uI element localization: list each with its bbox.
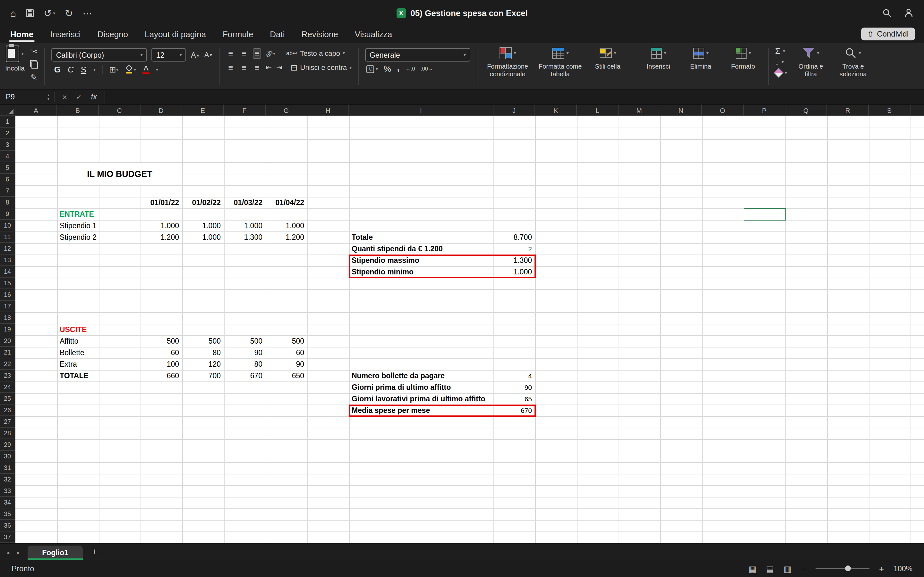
column-header-D[interactable]: D: [141, 105, 182, 115]
merged-cell-B5[interactable]: IL MIO BUDGET: [58, 163, 182, 185]
cell-F22[interactable]: 80: [224, 358, 262, 370]
cell-B9[interactable]: ENTRATE: [60, 208, 94, 220]
cell-D11[interactable]: 1.200: [141, 231, 179, 243]
increase-font-icon[interactable]: A▲: [191, 51, 200, 59]
add-sheet-button[interactable]: +: [83, 546, 107, 560]
cell-grid[interactable]: IL MIO BUDGET01/01/2201/02/2201/03/2201/…: [15, 116, 924, 543]
decrease-indent-icon[interactable]: ⇤: [266, 64, 272, 71]
cell-J26[interactable]: 670: [493, 405, 532, 416]
align-top-button[interactable]: ≡: [226, 48, 235, 59]
row-header-29[interactable]: 29: [0, 439, 15, 451]
undo-button[interactable]: ↺▾: [44, 8, 55, 18]
cell-F8[interactable]: 01/03/22: [224, 197, 262, 208]
row-header-5[interactable]: 5: [0, 162, 15, 174]
tab-home[interactable]: Home: [10, 27, 33, 42]
tab-dati[interactable]: Dati: [270, 27, 284, 42]
cell-styles-button[interactable]: ▾ Stili cella: [589, 45, 626, 88]
account-icon[interactable]: [904, 8, 914, 17]
cell-E10[interactable]: 1.000: [182, 220, 221, 231]
column-header-H[interactable]: H: [307, 105, 349, 115]
cell-J25[interactable]: 65: [493, 393, 532, 405]
italic-button[interactable]: C: [68, 65, 74, 74]
column-header-K[interactable]: K: [535, 105, 577, 115]
name-box[interactable]: P9: [0, 90, 43, 104]
cell-I24[interactable]: Giorni prima di ultimo affitto: [352, 382, 451, 393]
increase-indent-icon[interactable]: ⇥: [276, 64, 282, 71]
cell-G10[interactable]: 1.000: [266, 220, 304, 231]
comma-style-button[interactable]: ,: [397, 64, 400, 69]
cell-I12[interactable]: Quanti stipendi da € 1.200: [352, 243, 443, 255]
delete-cells-button[interactable]: ▾ Elimina: [682, 45, 719, 88]
tab-formule[interactable]: Formule: [223, 27, 253, 42]
zoom-slider-thumb[interactable]: [845, 566, 851, 571]
cell-E8[interactable]: 01/02/22: [182, 197, 221, 208]
zoom-slider[interactable]: [816, 568, 869, 569]
cell-B19[interactable]: USCITE: [60, 324, 87, 335]
cell-F21[interactable]: 90: [224, 347, 262, 358]
underline-button[interactable]: S: [81, 65, 86, 74]
row-header-7[interactable]: 7: [0, 185, 15, 197]
save-icon[interactable]: [26, 9, 34, 17]
cell-G23[interactable]: 650: [266, 370, 304, 382]
cell-I25[interactable]: Giorni lavorativi prima di ultimo affitt…: [352, 393, 485, 405]
column-header-E[interactable]: E: [182, 105, 224, 115]
zoom-in-button[interactable]: +: [879, 564, 884, 574]
cell-E22[interactable]: 120: [182, 358, 221, 370]
cell-B10[interactable]: Stipendio 1: [60, 220, 97, 231]
cell-J13[interactable]: 1.300: [493, 255, 532, 266]
formula-input[interactable]: [105, 90, 924, 104]
row-header-34[interactable]: 34: [0, 497, 15, 508]
page-layout-view-icon[interactable]: ▤: [766, 564, 774, 574]
row-header-35[interactable]: 35: [0, 508, 15, 520]
percent-style-button[interactable]: %: [384, 65, 391, 73]
row-header-13[interactable]: 13: [0, 255, 15, 266]
cell-B22[interactable]: Extra: [60, 358, 77, 370]
align-left-button[interactable]: ≡: [226, 62, 235, 73]
row-header-17[interactable]: 17: [0, 301, 15, 312]
row-header-6[interactable]: 6: [0, 174, 15, 185]
column-header-N[interactable]: N: [660, 105, 702, 115]
row-header-28[interactable]: 28: [0, 428, 15, 439]
cell-J11[interactable]: 8.700: [493, 231, 532, 243]
column-header-C[interactable]: C: [99, 105, 141, 115]
column-header-O[interactable]: O: [702, 105, 744, 115]
column-header-M[interactable]: M: [619, 105, 660, 115]
cell-G8[interactable]: 01/04/22: [266, 197, 304, 208]
increase-decimal-icon[interactable]: ←.0: [405, 66, 415, 71]
row-header-9[interactable]: 9: [0, 208, 15, 220]
row-header-21[interactable]: 21: [0, 347, 15, 358]
copy-icon[interactable]: [31, 60, 38, 69]
orientation-button[interactable]: ab▾: [266, 50, 275, 57]
cell-D20[interactable]: 500: [141, 335, 179, 347]
borders-button[interactable]: ⊞▾: [109, 65, 118, 74]
fill-button[interactable]: ↓ ▾: [775, 58, 787, 66]
cell-E11[interactable]: 1.000: [182, 231, 221, 243]
column-header-F[interactable]: F: [224, 105, 266, 115]
wrap-text-button[interactable]: ab↩ Testo a capo ▾: [286, 49, 345, 57]
align-middle-button[interactable]: ≡: [239, 48, 248, 59]
prev-sheet-icon[interactable]: ◂: [6, 550, 9, 556]
font-color-button[interactable]: A: [142, 65, 150, 74]
conditional-formatting-button[interactable]: ▾ Formattazione condizionale: [484, 45, 531, 88]
cell-I13[interactable]: Stipendio massimo: [352, 255, 419, 266]
column-header-Q[interactable]: Q: [785, 105, 827, 115]
align-right-button[interactable]: ≡: [253, 62, 262, 73]
cell-I23[interactable]: Numero bollette da pagare: [352, 370, 445, 382]
row-header-11[interactable]: 11: [0, 231, 15, 243]
row-header-22[interactable]: 22: [0, 358, 15, 370]
number-format-select[interactable]: Generale ▾: [365, 48, 470, 61]
decrease-font-icon[interactable]: A▼: [204, 51, 213, 58]
confirm-icon[interactable]: ✓: [76, 93, 82, 101]
row-header-33[interactable]: 33: [0, 485, 15, 497]
normal-view-icon[interactable]: ▦: [748, 564, 756, 574]
cut-icon[interactable]: ✂: [31, 47, 38, 56]
column-header-P[interactable]: P: [744, 105, 785, 115]
column-header-G[interactable]: G: [266, 105, 307, 115]
cell-J24[interactable]: 90: [493, 382, 532, 393]
clear-button[interactable]: ▾: [775, 69, 787, 76]
more-options-icon[interactable]: ⋯: [82, 8, 92, 18]
format-painter-icon[interactable]: ✎: [31, 73, 38, 81]
cell-E23[interactable]: 700: [182, 370, 221, 382]
format-as-table-button[interactable]: ▾ Formatta come tabella: [536, 45, 584, 88]
font-size-select[interactable]: 12 ▾: [152, 48, 186, 61]
